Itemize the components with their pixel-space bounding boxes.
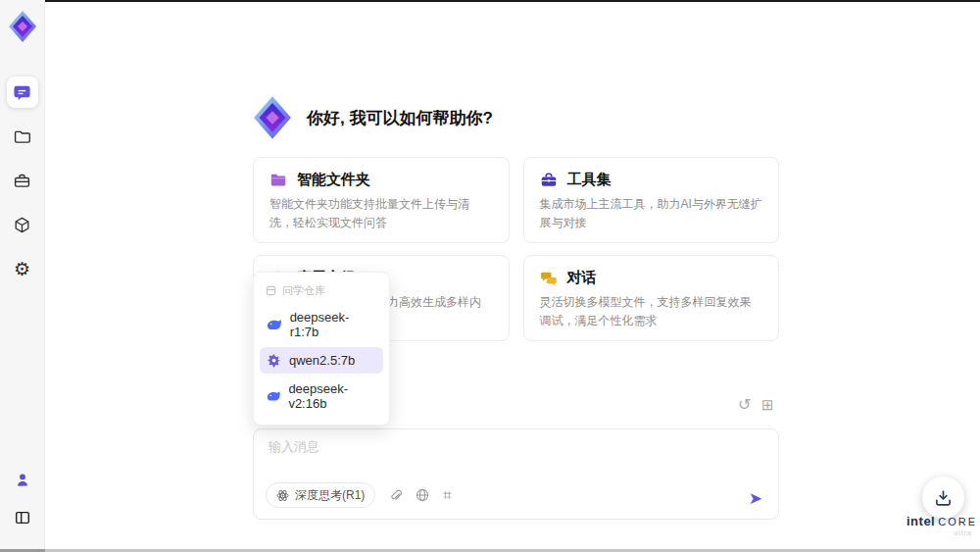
sidebar-nav: ⚙ (0, 76, 44, 284)
greeting-row: 你好, 我可以如何帮助你? (251, 94, 493, 141)
sidebar-item-settings[interactable]: ⚙ (7, 253, 38, 284)
intel-wordmark: intel (906, 514, 935, 528)
card-title: 工具集 (567, 171, 612, 189)
dialogue-icon (540, 270, 558, 287)
app-window: ⚙ 你好, 我可以如何帮助 (0, 0, 980, 552)
toolset-icon (540, 172, 558, 189)
card-title: 智能文件夹 (297, 171, 370, 189)
model-option-deepseek-v2[interactable]: deepseek-v2:16b (260, 376, 383, 417)
gear-icon: ⚙ (14, 260, 30, 278)
model-option-label: qwen2.5:7b (289, 353, 355, 368)
window-top-border (27, 0, 980, 2)
download-icon (934, 489, 953, 507)
deep-think-toggle[interactable]: 深度思考(R1) (266, 482, 375, 508)
deep-think-label: 深度思考(R1) (295, 487, 365, 504)
sidebar-item-folders[interactable] (7, 121, 38, 152)
panel-layout-icon (14, 509, 31, 527)
model-repo-header: 问学仓库 (254, 276, 389, 302)
sidebar-item-user[interactable] (9, 467, 36, 494)
new-chat-icon[interactable]: ⊞ (761, 396, 774, 414)
message-composer: 深度思考(R1) ⌗ ➤ (253, 428, 779, 520)
deepseek-icon (267, 319, 282, 331)
repo-label: 问学仓库 (282, 283, 325, 298)
smart-folder-icon (270, 172, 287, 189)
logo-gem-icon (7, 10, 38, 43)
model-dropdown: 问学仓库 deepseek-r1:7b qwen2.5:7b deepseek-… (253, 272, 390, 426)
greeting-logo-icon (251, 95, 294, 140)
sidebar: ⚙ (0, 0, 45, 549)
intel-core-logo: intel CORE ultra (909, 514, 974, 536)
history-icon[interactable]: ↺ (738, 395, 751, 414)
download-fab[interactable] (922, 477, 964, 519)
deep-think-icon (276, 489, 289, 502)
card-smart-folder[interactable]: 智能文件夹 智能文件夹功能支持批量文件上传与清洗，轻松实现文件问答 (253, 157, 510, 243)
ultra-badge: ultra (909, 529, 974, 536)
model-option-label: deepseek-r1:7b (290, 310, 376, 339)
deepseek-icon (267, 390, 280, 403)
globe-icon[interactable] (416, 488, 429, 502)
cube-icon (13, 216, 31, 234)
card-desc: 智能文件夹功能支持批量文件上传与清洗，轻松实现文件问答 (270, 195, 493, 231)
card-toolset[interactable]: 工具集 集成市场上主流工具，助力AI与外界无缝扩展与对接 (523, 157, 780, 243)
sidebar-item-chat[interactable] (7, 76, 38, 108)
app-logo[interactable] (5, 8, 40, 45)
model-option-deepseek-r1[interactable]: deepseek-r1:7b (260, 304, 383, 345)
user-icon (14, 472, 31, 489)
composer-toolbar: 深度思考(R1) ⌗ (266, 482, 452, 508)
card-dialogue[interactable]: 对话 灵活切换多模型文件，支持多样回复效果调试，满足个性化需求 (523, 255, 780, 341)
sidebar-footer (0, 467, 44, 531)
sidebar-item-panel-toggle[interactable] (9, 504, 36, 531)
model-option-qwen[interactable]: qwen2.5:7b (260, 347, 383, 374)
card-desc: 灵活切换多模型文件，支持多样回复效果调试，满足个性化需求 (540, 293, 763, 329)
send-icon[interactable]: ➤ (749, 490, 762, 507)
model-option-label: deepseek-v2:16b (288, 381, 376, 411)
folder-icon (13, 127, 31, 146)
card-desc: 集成市场上主流工具，助力AI与外界无缝扩展与对接 (540, 195, 763, 231)
chat-bubble-icon (13, 83, 31, 102)
greeting-text: 你好, 我可以如何帮助你? (307, 107, 493, 129)
card-title: 对话 (567, 269, 597, 287)
briefcase-icon (13, 172, 31, 190)
message-input[interactable] (267, 438, 741, 455)
qwen-icon (267, 353, 281, 368)
prompt-hash-icon[interactable]: ⌗ (443, 486, 451, 504)
sidebar-item-models[interactable] (7, 209, 38, 240)
attachment-icon[interactable] (389, 488, 402, 502)
repository-icon (266, 285, 276, 296)
core-wordmark: CORE (938, 516, 977, 527)
sidebar-item-toolbox[interactable] (7, 165, 38, 196)
